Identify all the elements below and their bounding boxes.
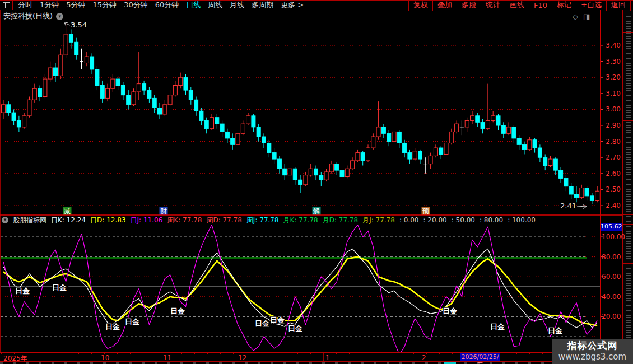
price-tick-label: 3.20: [602, 73, 621, 81]
candle: [147, 90, 151, 98]
period-tab-日线[interactable]: 日线: [186, 0, 201, 10]
right-edge-separator: [623, 224, 633, 225]
candle: [507, 127, 511, 133]
candle: [32, 88, 36, 100]
diamond-icon[interactable]: ◇: [573, 12, 578, 21]
candle: [590, 196, 594, 201]
candle: [595, 191, 599, 200]
candle: [371, 137, 375, 148]
chart-canvas[interactable]: 3.542.41减财解预日金日金日金日金日金日金日金日金日金日金日金: [0, 0, 633, 364]
indicator-value: 月D: 77.78: [323, 216, 358, 224]
signal-label: 日金: [548, 326, 563, 335]
action-复权[interactable]: 复权: [408, 0, 432, 11]
indicator-tick-label: 20.00: [602, 312, 621, 320]
layout-icon[interactable]: [0, 1, 13, 10]
action-返回[interactable]: 返回: [606, 0, 631, 11]
candle: [533, 140, 537, 148]
period-tab-60分钟[interactable]: 60分钟: [155, 0, 179, 10]
candle: [528, 140, 532, 150]
candle: [168, 95, 172, 105]
high-annotation: 3.54: [71, 21, 87, 29]
timeline-separator: [99, 353, 99, 361]
candle: [158, 108, 162, 114]
candle: [132, 92, 136, 105]
indicator-value: 月J: 77.78: [362, 216, 395, 224]
price-tick-label: 3.30: [602, 58, 621, 66]
action-+自选[interactable]: +自选: [576, 0, 606, 11]
chevron-down-icon[interactable]: ▾: [2, 217, 8, 223]
price-tick-label: 2.80: [602, 138, 621, 146]
candle: [38, 88, 42, 96]
period-tab-更多 >[interactable]: 更多 >: [281, 0, 304, 10]
candle: [575, 194, 579, 198]
period-tab-周线[interactable]: 周线: [208, 0, 222, 10]
period-tab-多周期[interactable]: 多周期: [252, 0, 273, 10]
candle: [397, 132, 401, 143]
candle: [356, 153, 360, 161]
right-edge-separator: [623, 120, 633, 121]
candle: [548, 159, 552, 165]
indicator-tick-label: 80.00: [602, 253, 621, 261]
timeline-separator: [420, 353, 420, 361]
period-tab-分时[interactable]: 分时: [18, 0, 32, 10]
annotations: 3.542.41: [64, 21, 587, 210]
period-tab-1分钟[interactable]: 1分钟: [40, 0, 59, 10]
action-统计[interactable]: 统计: [481, 0, 505, 11]
signal-label: 日金: [255, 319, 270, 328]
candle: [90, 57, 94, 69]
period-tab-15分钟[interactable]: 15分钟: [93, 0, 117, 10]
page-title: 安控科技(日线): [3, 11, 53, 21]
signal-label: 日金: [15, 287, 30, 295]
split-window-icon[interactable]: ◨: [583, 12, 590, 21]
right-edge-separator: [623, 55, 633, 55]
indicator-value: 月K: 77.78: [283, 216, 318, 224]
period-tab-月线[interactable]: 月线: [230, 0, 244, 10]
action-画线[interactable]: 画线: [505, 0, 529, 11]
event-marker-财[interactable]: 财: [160, 207, 168, 215]
indicator-value: : 100.00: [508, 216, 536, 224]
candle: [329, 164, 333, 172]
candle: [111, 79, 115, 88]
candle: [340, 170, 344, 176]
candle: [444, 143, 448, 154]
kdj-lines: [3, 225, 597, 354]
candle: [288, 169, 292, 175]
candle: [408, 153, 412, 159]
period-tab-5分钟[interactable]: 5分钟: [66, 0, 85, 10]
event-marker-减[interactable]: 减: [63, 207, 72, 215]
candle: [27, 100, 31, 116]
svg-text:预: 预: [422, 207, 429, 215]
candle: [366, 148, 370, 161]
current-date-badge[interactable]: 2026/02/25/三: [460, 353, 500, 361]
top-toolbar: 分时1分钟5分钟15分钟30分钟60分钟日线周线月线多周期更多 > 复权叠加多股…: [0, 0, 633, 10]
candle: [512, 127, 516, 138]
timeline-bar[interactable]: 2026/02/25/三 2025年10111212: [0, 352, 633, 362]
action-叠加[interactable]: 叠加: [432, 0, 457, 11]
candle: [142, 84, 146, 90]
candle: [277, 159, 281, 169]
kdj-panel: [1, 237, 600, 337]
timeline-label: 11: [163, 354, 171, 362]
chart-title-row: 安控科技(日线) ▾: [3, 11, 63, 21]
candle: [127, 95, 131, 105]
period-tab-30分钟[interactable]: 30分钟: [124, 0, 148, 10]
price-tick-label: 2.40: [602, 202, 621, 209]
right-edge-separator: [623, 174, 633, 174]
candle: [569, 186, 573, 194]
event-marker-解[interactable]: 解: [313, 207, 321, 215]
indicator-source-label: 股朋指标网: [13, 216, 46, 224]
indicator-tick-label: 60.00: [602, 273, 621, 281]
signal-label: 日金: [105, 323, 120, 331]
candle: [194, 100, 198, 111]
event-marker-预[interactable]: 预: [422, 207, 430, 215]
action-多股[interactable]: 多股: [457, 0, 481, 11]
chevron-down-icon[interactable]: ▾: [56, 13, 63, 20]
action-标记[interactable]: 标记: [552, 0, 576, 11]
timeline-label: 12: [238, 354, 246, 362]
candle: [335, 164, 339, 170]
price-tick-label: 3.10: [602, 90, 621, 97]
candle: [59, 55, 63, 76]
timeline-separator: [236, 353, 236, 361]
action-F10[interactable]: F10: [529, 1, 552, 10]
candle: [210, 118, 214, 129]
